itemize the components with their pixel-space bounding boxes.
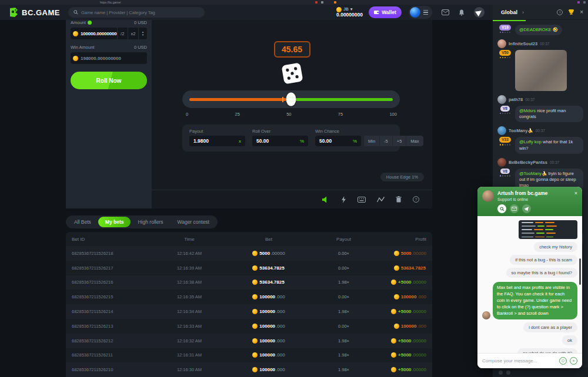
vip-badge: V19	[497, 25, 513, 33]
search-input[interactable]: Game name | Provider | Category Tag	[68, 7, 205, 18]
level-dots	[500, 175, 511, 177]
support-chat-widget: Artush from bc.game Support is online ×	[477, 187, 582, 368]
chat-message[interactable]: V19 @DEADBROKE 🤣	[497, 25, 583, 35]
notifications-button[interactable]	[459, 9, 465, 16]
trophy-icon[interactable]	[568, 9, 574, 15]
search-placeholder: Game name | Provider | Category Tag	[81, 10, 155, 15]
game-toolbar: ?	[152, 190, 432, 208]
level-dots	[500, 57, 511, 59]
support-close-icon[interactable]: ×	[574, 190, 577, 196]
menu-icon	[423, 10, 428, 15]
chat-input-bar[interactable]	[493, 368, 588, 377]
chat-channel-selector[interactable]: Global	[501, 9, 517, 15]
messages-button[interactable]	[442, 9, 449, 15]
roll-result: 45.65	[274, 41, 310, 58]
slider-thumb[interactable]	[286, 93, 296, 106]
coin-icon	[252, 338, 258, 344]
trash-icon[interactable]	[396, 196, 402, 203]
win-chance-input[interactable]: 50.00%	[315, 136, 361, 146]
tab-my-bets[interactable]: My bets	[98, 217, 131, 227]
attach-icon[interactable]: +	[570, 357, 577, 365]
table-row[interactable]: 68285367211526212 12:16:32 AM 100000.000…	[66, 334, 432, 348]
turbo-icon[interactable]	[341, 196, 346, 203]
coin-icon	[252, 367, 258, 372]
coin-icon	[252, 265, 258, 271]
chat-image-attachment[interactable]	[515, 50, 567, 91]
currency-selector[interactable]: JB ▾ 0.00000000	[336, 7, 363, 18]
table-row[interactable]: 68285367211526218 12:16:42 AM 5000.00000…	[66, 246, 432, 261]
extension-icon	[583, 1, 586, 4]
compose-input[interactable]: Compose your message...	[482, 358, 556, 363]
chat-close-icon[interactable]: ×	[580, 9, 583, 15]
support-scrollbar[interactable]	[579, 258, 581, 285]
chat-bubble: @DEADBROKE 🤣	[515, 25, 562, 35]
user-bubble: ok	[562, 335, 577, 345]
amount-stepper[interactable]: ▴ ▾	[138, 28, 147, 39]
caret-down-icon[interactable]: ▾	[142, 33, 144, 37]
profile-menu[interactable]	[409, 6, 432, 19]
extension-icon	[315, 1, 318, 4]
table-row[interactable]: 68285367211526216 12:16:38 AM 53634.7825…	[66, 275, 432, 290]
profit-value: +5000.00000	[372, 367, 426, 372]
payout-input[interactable]: 1.9800x	[189, 136, 245, 146]
minus-5-button[interactable]: -5	[379, 136, 392, 146]
table-row[interactable]: 68285367211526217 12:16:39 AM 53634.7825…	[66, 261, 432, 275]
bet-controls-panel: Amount 0 USD 100000.00000000 /2 x2 ▴ ▾ W…	[66, 15, 152, 208]
support-search-icon[interactable]	[497, 204, 506, 213]
table-row[interactable]: 68285367211526214 12:16:34 AM 100000.000…	[66, 304, 432, 319]
emoji-picker-icon[interactable]: ☺	[559, 357, 567, 365]
chevron-right-icon[interactable]: ›	[522, 9, 524, 15]
table-row[interactable]: 68285367211526213 12:16:33 AM 100000.000…	[66, 319, 432, 334]
chat-message[interactable]: InfiniteSoul23 00:37 V50	[497, 39, 583, 91]
avatar	[497, 158, 506, 167]
help-icon[interactable]: ?	[413, 196, 419, 203]
max-button[interactable]: Max	[406, 136, 423, 146]
plus-5-button[interactable]: +5	[392, 136, 406, 146]
amount-info-icon[interactable]	[88, 21, 92, 25]
bc-logo[interactable]: BC.GAME	[8, 7, 60, 18]
bc-game-app: https://bc.game/ BC.GAME Game name | Pro…	[0, 0, 588, 377]
support-email-icon[interactable]	[510, 204, 519, 213]
slider-track[interactable]	[189, 98, 393, 101]
table-row[interactable]: 68285367211526210 12:16:30 AM 100000.000…	[66, 362, 432, 377]
col-bet: Bet	[222, 237, 316, 242]
profit-value: 100000.000	[372, 324, 426, 329]
attachment-screenshot[interactable]	[519, 220, 577, 239]
profit-value: +5000.00000	[372, 338, 426, 344]
chat-message[interactable]: BeBeBeckyPantss 00:37 V8 @TooMany🍌 tryin…	[497, 158, 583, 191]
table-row[interactable]: 68285367211526211 12:16:31 AM 100000.000…	[66, 348, 432, 363]
hotkeys-icon[interactable]	[358, 197, 366, 203]
avatar	[410, 7, 420, 18]
tab-high-rollers[interactable]: High rollers	[131, 217, 170, 227]
tab-all-bets[interactable]: All Bets	[67, 217, 98, 227]
payout-label: Payout	[189, 129, 245, 134]
tab-wager-contest[interactable]: Wager contest	[170, 217, 216, 227]
double-bet-button[interactable]: x2	[128, 28, 138, 39]
coin-icon	[73, 56, 78, 61]
chat-rules-icon[interactable]: i	[557, 9, 563, 15]
chat-tab-indicator	[493, 20, 526, 21]
roll-slider[interactable]	[182, 90, 400, 108]
coin-icon	[73, 31, 78, 36]
bets-tabs: All Bets My bets High rollers Wager cont…	[66, 216, 218, 228]
roll-now-button[interactable]: Roll Now	[71, 72, 147, 89]
half-bet-button[interactable]: /2	[117, 28, 128, 39]
chat-bubble: @Mdsrs nice profit man congrats	[515, 106, 583, 122]
support-telegram-icon[interactable]	[522, 204, 531, 213]
wallet-button[interactable]: Wallet	[369, 6, 402, 18]
table-row[interactable]: 68285367211526215 12:16:35 AM 100000.000…	[66, 290, 432, 304]
live-stats-icon[interactable]	[377, 197, 385, 203]
emoji: 🤣	[553, 27, 558, 32]
amount-value[interactable]: 100000.00000000	[81, 31, 117, 36]
slider-scale: 02550 75100	[186, 112, 397, 117]
chat-message[interactable]: TooMany🍌 00:37 V33 @Luffy kop what for t…	[497, 126, 583, 153]
min-button[interactable]: Min	[364, 136, 379, 146]
roll-over-input[interactable]: 50.00%	[252, 136, 308, 146]
promotions-icon[interactable]	[474, 7, 485, 18]
amount-label: Amount	[71, 20, 86, 25]
win-amount-input[interactable]: 198000.000000000	[71, 52, 147, 64]
sound-icon[interactable]	[322, 196, 330, 203]
support-compose-bar: Compose your message... ☺ +	[477, 353, 582, 368]
chat-message[interactable]: path78 00:37 V8 @Mdsrs nice profit man c…	[497, 95, 583, 122]
amount-input[interactable]: 100000.00000000 /2 x2 ▴ ▾	[71, 28, 147, 39]
